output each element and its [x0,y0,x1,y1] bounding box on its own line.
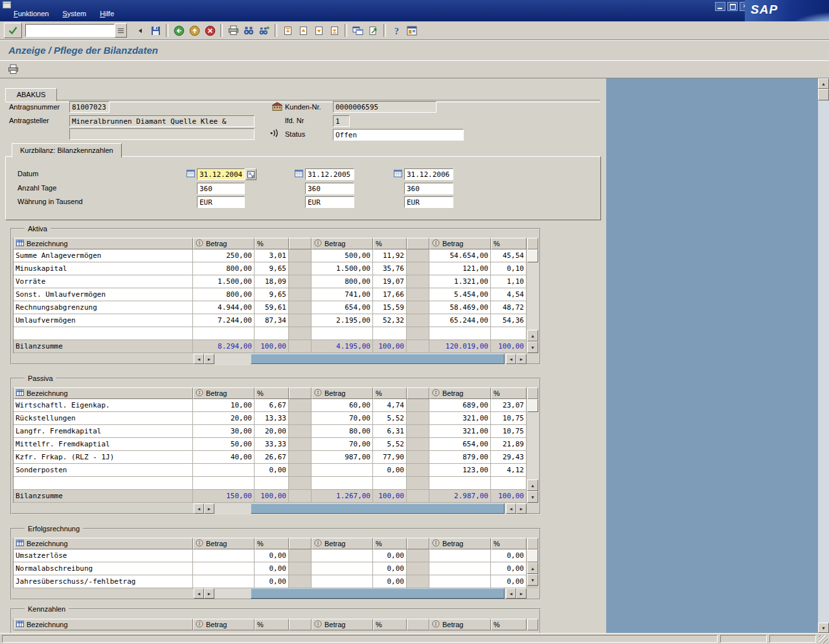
value-cell[interactable]: 0,00 [491,562,527,575]
value-cell[interactable] [312,477,373,490]
value-cell[interactable]: 40,00 [193,451,255,464]
menu-item-system[interactable]: System [57,8,93,19]
value-cell[interactable]: 9,65 [255,288,289,301]
value-cell[interactable]: 18,09 [255,275,289,288]
kunden-nr-field[interactable]: 0000006595 [333,101,437,113]
value-cell[interactable] [255,327,289,340]
value-cell[interactable]: 29,43 [491,451,527,464]
value-cell[interactable]: 1.500,00 [312,262,373,275]
scroll-right-button[interactable]: ► [204,354,214,364]
value-cell[interactable] [312,327,373,340]
value-cell[interactable]: 6,67 [255,399,289,412]
value-cell[interactable]: 121,00 [429,262,491,275]
value-cell[interactable]: 7.244,00 [193,314,255,327]
value-cell[interactable]: 3,01 [255,249,289,262]
column-header[interactable]: Betrag [429,238,491,249]
column-header[interactable]: % [491,538,527,549]
value-cell[interactable] [193,549,255,562]
column-header[interactable]: % [255,238,289,249]
vscroll-thumb[interactable] [527,549,538,562]
value-cell[interactable]: 23,07 [491,399,527,412]
scroll-down-button[interactable]: ▼ [818,623,829,633]
column-header[interactable]: Betrag [429,538,491,549]
value-cell[interactable]: 321,00 [429,412,491,425]
waehrung-field-2[interactable]: EUR [305,196,354,208]
column-header[interactable]: % [255,619,289,630]
value-cell[interactable] [429,477,491,490]
row-label-cell[interactable]: Rechnungsabgrenzung [14,301,193,314]
row-label-cell[interactable]: Kzfr. Frkap. (RLZ - 1J) [14,451,193,464]
value-cell[interactable]: 20,00 [255,425,289,438]
lfd-nr-field[interactable]: 1 [333,115,350,127]
value-cell[interactable] [193,327,255,340]
value-cell[interactable]: 15,59 [373,301,407,314]
value-cell[interactable]: 10,00 [193,399,255,412]
value-cell[interactable]: 77,90 [373,451,407,464]
window-vertical-scrollbar[interactable]: ▲ ▼ [818,78,829,633]
value-cell[interactable]: 741,00 [312,288,373,301]
minimize-button[interactable] [715,2,725,11]
column-header[interactable]: Betrag [312,238,373,249]
value-cell[interactable] [193,464,255,477]
value-cell[interactable] [312,549,373,562]
anzahl-tage-field-1[interactable]: 360 [197,183,245,194]
column-header[interactable]: Betrag [429,387,491,399]
value-cell[interactable]: 10,75 [491,412,527,425]
column-header[interactable]: Bezeichnung [14,238,193,249]
maximize-button[interactable] [727,2,738,11]
menu-item-hilfe[interactable]: Hilfe [94,8,120,19]
value-cell[interactable] [429,549,491,562]
scroll-left-button[interactable]: ◄ [194,588,204,599]
value-cell[interactable]: 654,00 [312,301,373,314]
hscroll-track[interactable] [214,588,506,599]
column-header[interactable]: % [491,387,527,399]
status-field[interactable]: Offen [333,129,464,141]
column-header[interactable]: Betrag [193,538,255,549]
scroll-right-button[interactable]: ► [204,503,214,514]
scroll-left-button[interactable]: ◄ [506,588,516,599]
print-button[interactable] [225,23,241,38]
value-cell[interactable]: 80,00 [312,425,373,438]
value-cell[interactable]: 33,33 [255,438,289,451]
column-header[interactable]: Betrag [193,619,255,630]
value-cell[interactable]: 4,12 [491,464,527,477]
vertical-scrollbar[interactable]: ▲ ▼ [527,238,538,353]
date-matchcode-button[interactable] [245,168,256,180]
column-header[interactable]: Betrag [312,538,373,549]
value-cell[interactable]: 54,36 [491,314,527,327]
datum-field-2[interactable]: 31.12.2005 [305,168,354,180]
find-button[interactable] [241,23,256,38]
value-cell[interactable]: 13,33 [255,412,289,425]
value-cell[interactable] [429,575,491,588]
value-cell[interactable]: 123,00 [429,464,491,477]
exit-button[interactable] [187,23,202,38]
value-cell[interactable]: 1.321,00 [429,275,491,288]
hide-command-button[interactable] [132,23,148,38]
value-cell[interactable]: 0,00 [491,575,527,588]
resize-grip[interactable] [819,635,828,643]
hscroll-track[interactable] [214,503,506,514]
value-cell[interactable]: 0,00 [255,549,289,562]
value-cell[interactable]: 1.500,00 [193,275,255,288]
hscroll-thumb[interactable] [251,588,505,599]
last-page-button[interactable] [326,23,342,38]
value-cell[interactable]: 48,72 [491,301,527,314]
value-cell[interactable]: 0,00 [255,575,289,588]
next-page-button[interactable] [311,23,326,38]
value-cell[interactable]: 9,65 [255,262,289,275]
value-cell[interactable] [312,575,373,588]
horizontal-scrollbar[interactable]: ◄ ► ◄ ► [194,503,527,514]
row-label-cell[interactable]: Umlaufvermögen [14,314,193,327]
value-cell[interactable]: 500,00 [312,249,373,262]
column-header[interactable]: % [373,619,407,630]
value-cell[interactable]: 65.244,00 [429,314,491,327]
column-header[interactable]: % [491,619,527,630]
row-label-cell[interactable]: Sonst. Umlaufvermögen [14,288,193,301]
row-label-cell[interactable]: Wirtschaftl. Eigenkap. [14,399,193,412]
value-cell[interactable]: 800,00 [312,275,373,288]
value-cell[interactable] [255,477,289,490]
scroll-right-button[interactable]: ► [516,503,527,514]
scroll-left-button[interactable]: ◄ [506,503,516,514]
menu-item-funktionen[interactable]: Funktionen [8,8,54,19]
vscroll-track[interactable] [527,412,538,479]
